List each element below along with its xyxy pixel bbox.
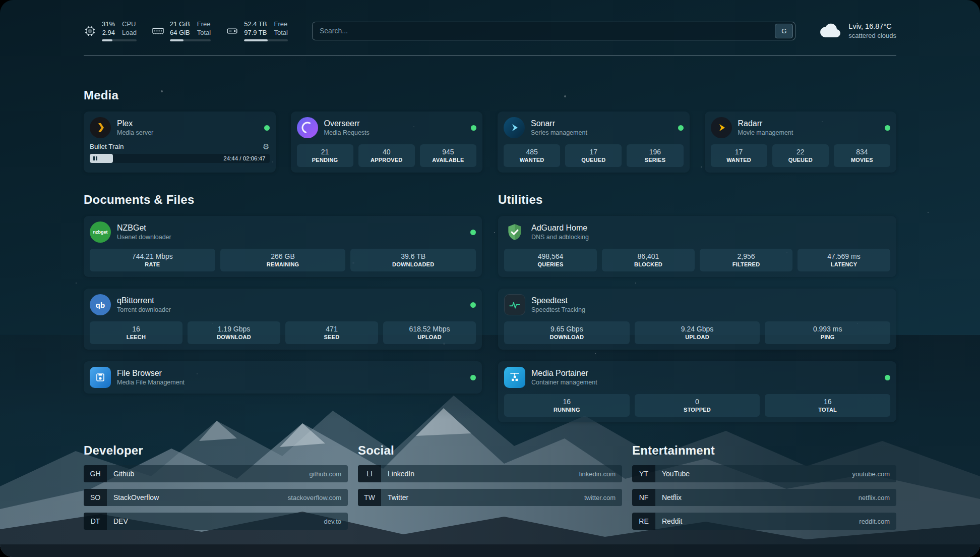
bookmark-abbr: YT [632,465,655,482]
memory-total: 64 GiB [170,29,190,37]
search-provider-button[interactable]: G [775,24,793,38]
weather-condition: scattered clouds [848,31,896,40]
bookmark-reddit[interactable]: RE Reddit reddit.com [632,513,896,530]
section-title-media: Media [84,88,896,102]
memory-icon [152,25,164,37]
disk-free-label: Free [274,20,287,28]
bookmark-name: DEV [107,513,324,530]
bookmark-name: Reddit [655,513,859,530]
status-dot [470,302,476,308]
bookmark-url: linkedin.com [579,465,622,482]
stat-stopped: 0 STOPPED [635,394,760,417]
service-subtitle: Usenet downloader [117,234,171,241]
cpu-icon [84,25,96,37]
card-portainer[interactable]: Media Portainer Container management 16 … [498,361,896,422]
card-qbittorrent[interactable]: qb qBittorrent Torrent downloader 16 LEE… [84,289,482,350]
now-playing-title: Bullet Train [90,143,124,150]
bookmark-group-entertainment: Entertainment YT YouTube youtube.com NF … [632,443,896,536]
service-subtitle: Torrent downloader [117,306,171,314]
bookmark-github[interactable]: GH Github github.com [84,465,348,482]
bookmark-twitter[interactable]: TW Twitter twitter.com [358,489,622,506]
card-radarr[interactable]: Radarr Movie management 17 WANTED 22 QUE… [705,112,897,173]
bookmark-name: Netflix [655,489,859,506]
bookmark-stackoverflow[interactable]: SO StackOverflow stackoverflow.com [84,489,348,506]
stat-queued: 22 QUEUED [772,144,829,167]
card-speedtest[interactable]: Speedtest Speedtest Tracking 9.65 Gbps D… [498,289,896,350]
service-title: Plex [117,119,153,128]
card-nzbget[interactable]: nzbget NZBGet Usenet downloader 744.21 M… [84,216,482,277]
bookmark-abbr: RE [632,513,655,530]
card-plex[interactable]: Plex Media server Bullet Train ⚙ 24:44 [84,112,276,173]
card-overseerr[interactable]: Overseerr Media Requests 21 PENDING 40 A… [291,112,483,173]
stat-leech: 16 LEECH [90,321,182,344]
bookmark-name: Twitter [381,489,584,506]
bookmark-name: StackOverflow [107,489,288,506]
card-adguard[interactable]: AdGuard Home DNS and adblocking 498,564 … [498,216,896,277]
plex-icon [90,117,111,138]
stat-download: 1.19 Gbps DOWNLOAD [188,321,280,344]
service-title: Sonarr [531,119,587,128]
cpu-label: CPU [122,20,137,28]
stat-latency: 47.569 ms LATENCY [798,249,890,271]
playback-time: 24:44 / 02:06:47 [223,154,265,163]
status-dot [470,375,476,380]
service-title: AdGuard Home [531,224,589,233]
filebrowser-icon [90,367,111,388]
weather-widget: Lviv, 16.87°C scattered clouds [819,22,896,40]
section-title-documents: Documents & Files [84,193,482,207]
status-dot [885,375,890,380]
stat-queued: 17 QUEUED [565,144,622,167]
service-subtitle: Media Requests [324,129,370,137]
stat-approved: 40 APPROVED [358,144,415,167]
stat-movies: 834 MOVIES [834,144,890,167]
service-title: NZBGet [117,224,171,233]
bookmark-linkedin[interactable]: LI LinkedIn linkedin.com [358,465,622,482]
service-title: File Browser [117,369,185,378]
section-title-social: Social [358,443,622,458]
adguard-icon [504,221,525,243]
overseerr-icon [297,117,318,138]
bookmark-name: Github [107,465,309,482]
settings-gear-icon[interactable]: ⚙ [263,143,269,150]
service-title: Radarr [738,119,793,128]
bookmark-youtube[interactable]: YT YouTube youtube.com [632,465,896,482]
disk-icon [226,25,238,37]
service-subtitle: Series management [531,129,587,137]
stat-series: 196 SERIES [627,144,683,167]
memory-widget: 21 GiB Free 64 GiB Total [152,20,211,41]
pause-button[interactable] [93,156,97,160]
bookmark-group-social: Social LI LinkedIn linkedin.com TW Twitt… [358,443,622,536]
bookmark-url: stackoverflow.com [288,489,348,506]
service-subtitle: Movie management [738,129,793,137]
memory-usage-bar [170,39,211,41]
bookmark-abbr: TW [358,489,381,506]
stat-download: 9.65 Gbps DOWNLOAD [504,321,630,344]
stat-upload: 618.52 Mbps UPLOAD [383,321,476,344]
bookmark-url: dev.to [324,513,348,530]
card-sonarr[interactable]: Sonarr Series management 485 WANTED 17 Q… [498,112,690,173]
stat-queries: 498,564 QUERIES [504,249,597,271]
cpu-widget: 31% CPU 2.94 Load [84,20,137,41]
sonarr-icon [504,117,525,138]
service-title: Overseerr [324,119,370,128]
stat-total: 16 TOTAL [765,394,890,417]
playback-progress-bar[interactable]: 24:44 / 02:06:47 [90,154,270,163]
stat-blocked: 86,401 BLOCKED [602,249,695,271]
stat-running: 16 RUNNING [504,394,630,417]
snow-specks [0,0,1,1]
bookmark-dev[interactable]: DT DEV dev.to [84,513,348,530]
search-input[interactable] [320,27,775,35]
card-filebrowser[interactable]: File Browser Media File Management [84,361,482,394]
cpu-load: 2.94 [102,29,115,37]
bookmark-abbr: DT [84,513,107,530]
bookmark-netflix[interactable]: NF Netflix netflix.com [632,489,896,506]
bookmark-url: twitter.com [584,489,622,506]
stat-ping: 0.993 ms PING [765,321,890,344]
memory-free-label: Free [197,20,211,28]
service-subtitle: DNS and adblocking [531,234,589,241]
disk-widget: 52.4 TB Free 97.9 TB Total [226,20,288,41]
bookmark-name: LinkedIn [381,465,579,482]
bookmark-url: github.com [309,465,348,482]
stat-remaining: 266 GB REMAINING [220,249,346,271]
service-subtitle: Media server [117,129,153,137]
